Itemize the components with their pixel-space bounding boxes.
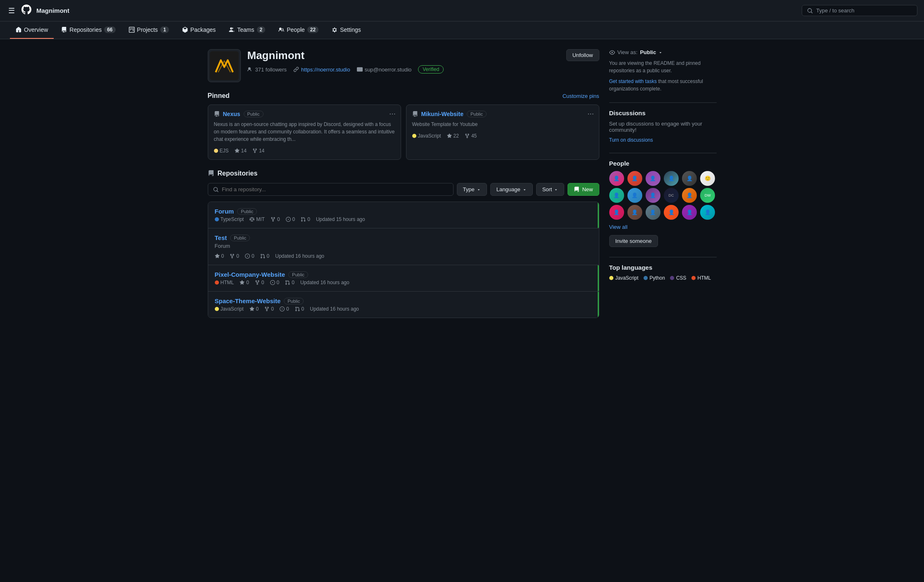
- top-languages-title: Top languages: [609, 264, 717, 271]
- repo-green-bar-pixel: [598, 265, 599, 291]
- hamburger-menu[interactable]: ☰: [7, 5, 17, 17]
- pinned-mikuni-lang: JavaScript: [412, 133, 441, 139]
- get-started-link[interactable]: Get started with tasks: [609, 78, 658, 84]
- pinned-nexus-menu[interactable]: ⋯: [389, 110, 396, 118]
- person-avatar-1[interactable]: 👤: [609, 171, 624, 186]
- repo-pixel-lang: HTML: [215, 280, 234, 285]
- new-repo-button[interactable]: New: [568, 183, 599, 196]
- repos-section-header: Repositories: [208, 170, 599, 177]
- person-avatar-13[interactable]: 👤: [609, 205, 624, 220]
- person-avatar-6[interactable]: 🙂: [700, 171, 715, 186]
- person-avatar-5[interactable]: 👤: [682, 171, 697, 186]
- invite-someone-button[interactable]: Invite someone: [609, 235, 658, 247]
- nav-settings-label: Settings: [340, 26, 361, 33]
- repo-pixel-forks: 0: [255, 280, 264, 285]
- customize-pins-link[interactable]: Customize pins: [563, 93, 599, 99]
- repo-pixel-issues: 0: [270, 280, 280, 285]
- type-filter-button[interactable]: Type: [457, 183, 487, 196]
- person-avatar-12[interactable]: DW: [700, 188, 715, 203]
- repo-forum-license: MIT: [249, 216, 265, 222]
- repo-test-updated: Updated 16 hours ago: [275, 253, 324, 259]
- pinned-section: Pinned Customize pins Nexus Public ⋯ Nex…: [208, 92, 599, 160]
- person-avatar-8[interactable]: 👤: [627, 188, 642, 203]
- nav-people[interactable]: People 22: [273, 21, 324, 39]
- repo-pixel-name[interactable]: Pixel-Company-Website: [215, 271, 285, 278]
- person-avatar-9[interactable]: 👤: [646, 188, 660, 203]
- top-languages-section: Top languages JavaScript Python CSS HTML: [609, 264, 717, 281]
- org-website[interactable]: https://noerror.studio: [293, 67, 350, 73]
- unfollow-button[interactable]: Unfollow: [566, 49, 599, 61]
- view-as-desc: You are viewing the README and pinned re…: [609, 59, 717, 74]
- nav-packages-label: Packages: [190, 26, 216, 33]
- repo-search-input[interactable]: [222, 186, 448, 192]
- lang-dot-ejs: [214, 149, 218, 153]
- sort-filter-button[interactable]: Sort: [536, 183, 565, 196]
- repo-forum-header: Forum Public: [215, 208, 592, 215]
- nav-projects-label: Projects: [137, 26, 158, 33]
- nav-settings[interactable]: Settings: [326, 21, 367, 39]
- person-avatar-10[interactable]: DC: [664, 188, 679, 203]
- lang-dot-python-sidebar: [644, 276, 648, 280]
- repo-test-header: Test Public: [215, 234, 592, 241]
- search-box[interactable]: Type / to search: [802, 5, 917, 16]
- language-filter-button[interactable]: Language: [490, 183, 533, 196]
- pinned-title: Pinned: [208, 92, 230, 100]
- nav-teams[interactable]: Teams 2: [223, 21, 271, 39]
- repo-space-meta: JavaScript 0 0 0: [215, 306, 592, 312]
- person-avatar-7[interactable]: 👤: [609, 188, 624, 203]
- view-as-section: View as: Public You are viewing the READ…: [609, 49, 717, 93]
- top-navbar: ☰ Magnimont Type / to search: [0, 0, 924, 21]
- repo-space-lang: JavaScript: [215, 306, 244, 312]
- person-avatar-17[interactable]: 👤: [682, 205, 697, 220]
- org-nav: Overview Repositories 66 Projects 1 Pack…: [0, 21, 924, 39]
- pinned-nexus-forks: 14: [252, 148, 264, 154]
- people-avatars-grid: 👤 👤 👤 👤 👤 🙂 👤 👤 👤 DC 👤 DW 👤 👤 👤 👤 👤 👤: [609, 171, 717, 220]
- lang-dot-css-sidebar: [670, 276, 674, 280]
- people-view-all-link[interactable]: View all: [609, 224, 717, 230]
- repo-forum-lang: TypeScript: [215, 216, 244, 222]
- view-as-indicator: View as: Public: [609, 49, 717, 55]
- repo-test-stars: 0: [215, 253, 224, 259]
- repo-test-forks: 0: [230, 253, 239, 259]
- repo-forum-name[interactable]: Forum: [215, 208, 234, 215]
- repo-space-name[interactable]: Space-Theme-Website: [215, 297, 281, 304]
- repo-forum-updated: Updated 15 hours ago: [316, 216, 365, 222]
- view-as-chevron[interactable]: [658, 50, 663, 55]
- pinned-nexus-name[interactable]: Nexus: [223, 111, 240, 117]
- turn-on-discussions-link[interactable]: Turn on discussions: [609, 137, 653, 143]
- repo-green-bar-forum: [598, 202, 599, 228]
- nav-overview-label: Overview: [24, 26, 48, 33]
- repo-pixel-updated: Updated 16 hours ago: [300, 280, 349, 285]
- repositories-section: Repositories Type Language Sort: [208, 170, 599, 318]
- nav-overview[interactable]: Overview: [10, 21, 54, 39]
- person-avatar-2[interactable]: 👤: [627, 171, 642, 186]
- people-title: People: [609, 160, 717, 167]
- search-placeholder: Type / to search: [816, 7, 855, 14]
- repo-test-badge: Public: [230, 235, 250, 241]
- person-avatar-11[interactable]: 👤: [682, 188, 697, 203]
- view-as-value: Public: [640, 49, 656, 55]
- pinned-nexus-desc: Nexus is an open-source chatting app ins…: [214, 121, 395, 143]
- nav-packages[interactable]: Packages: [176, 21, 221, 39]
- pinned-mikuni-name[interactable]: Mikuni-Website: [421, 111, 463, 117]
- person-avatar-15[interactable]: 👤: [646, 205, 660, 220]
- pinned-mikuni-menu[interactable]: ⋯: [587, 110, 594, 118]
- repo-list: Forum Public TypeScript MIT: [208, 202, 599, 318]
- pinned-mikuni-badge: Public: [467, 111, 487, 117]
- person-avatar-4[interactable]: 👤: [664, 171, 679, 186]
- repos-title: Repositories: [218, 170, 258, 177]
- pinned-nexus-badge: Public: [244, 111, 264, 117]
- person-avatar-14[interactable]: 👤: [627, 205, 642, 220]
- person-avatar-18[interactable]: 👤: [700, 205, 715, 220]
- repo-item-forum: Forum Public TypeScript MIT: [208, 202, 599, 228]
- org-name-nav[interactable]: Magnimont: [36, 7, 69, 14]
- person-avatar-3[interactable]: 👤: [646, 171, 660, 186]
- repo-test-name[interactable]: Test: [215, 234, 227, 241]
- pinned-mikuni-stars: 22: [447, 133, 459, 139]
- pinned-mikuni-meta: JavaScript 22 45: [412, 133, 593, 139]
- website-link[interactable]: https://noerror.studio: [301, 67, 350, 73]
- person-avatar-16[interactable]: 👤: [664, 205, 679, 220]
- repo-search-box[interactable]: [208, 183, 454, 196]
- nav-repositories[interactable]: Repositories 66: [55, 21, 121, 39]
- nav-projects[interactable]: Projects 1: [123, 21, 175, 39]
